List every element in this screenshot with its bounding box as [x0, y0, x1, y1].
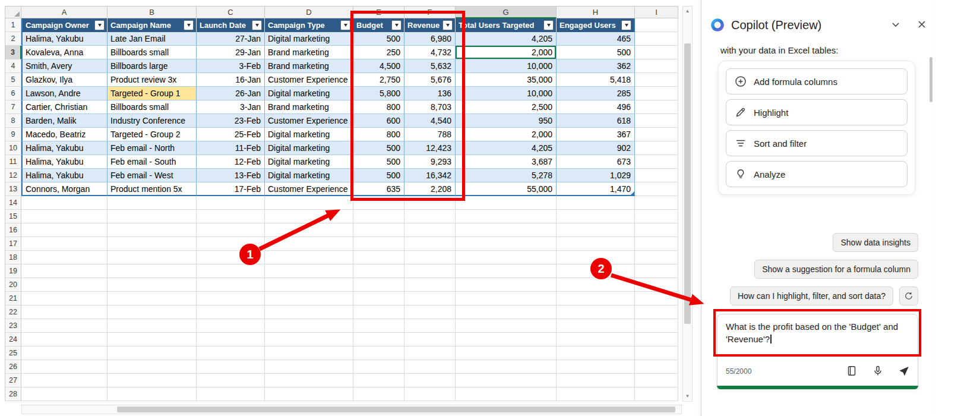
- cell-budget[interactable]: 4,500: [353, 59, 404, 73]
- empty-cell[interactable]: [21, 264, 108, 278]
- empty-cell[interactable]: [108, 346, 197, 360]
- cell-revenue[interactable]: 16,342: [404, 169, 456, 182]
- row-header-25[interactable]: 25: [5, 346, 21, 360]
- cell-campaign-type[interactable]: Customer Experience: [265, 182, 353, 196]
- suggestion-show-data-insights[interactable]: Show data insights: [833, 233, 918, 252]
- cell-users-targeted[interactable]: 35,000: [456, 73, 557, 87]
- cell-revenue[interactable]: 788: [404, 128, 456, 141]
- empty-cell[interactable]: [197, 292, 265, 305]
- empty-cell[interactable]: [404, 264, 456, 278]
- row-header-4[interactable]: 4: [5, 59, 21, 73]
- empty-cell[interactable]: [197, 374, 265, 387]
- empty-cell[interactable]: [635, 100, 678, 114]
- empty-cell[interactable]: [265, 346, 353, 360]
- empty-cell[interactable]: [635, 87, 678, 100]
- empty-cell[interactable]: [456, 251, 557, 264]
- empty-cell[interactable]: [456, 264, 557, 278]
- row-header-9[interactable]: 9: [5, 128, 21, 141]
- cell-launch-date[interactable]: 26-Jan: [197, 87, 265, 100]
- empty-cell[interactable]: [353, 223, 404, 237]
- cell-launch-date[interactable]: 12-Feb: [197, 155, 265, 169]
- empty-cell[interactable]: [404, 237, 456, 251]
- cell-revenue[interactable]: 5,676: [404, 73, 456, 87]
- row-header-24[interactable]: 24: [5, 333, 21, 346]
- empty-cell[interactable]: [635, 223, 678, 237]
- empty-cell[interactable]: [404, 251, 456, 264]
- cell-campaign-type[interactable]: Digital marketing: [265, 155, 353, 169]
- row-header-8[interactable]: 8: [5, 114, 21, 128]
- cell-campaign-name[interactable]: Targeted - Group 1: [108, 87, 197, 100]
- cell-launch-date[interactable]: 3-Jan: [197, 100, 265, 114]
- cell-revenue[interactable]: 8,703: [404, 100, 456, 114]
- empty-cell[interactable]: [21, 278, 108, 292]
- cell-campaign-owner[interactable]: Kovaleva, Anna: [21, 46, 108, 59]
- empty-cell[interactable]: [265, 264, 353, 278]
- cell-users-targeted[interactable]: 10,000: [456, 59, 557, 73]
- send-icon[interactable]: [897, 365, 911, 378]
- cell-launch-date[interactable]: 11-Feb: [197, 141, 265, 155]
- cell-campaign-name[interactable]: Product mention 5x: [108, 182, 197, 196]
- empty-cell[interactable]: [456, 223, 557, 237]
- row-header-18[interactable]: 18: [5, 251, 21, 264]
- empty-cell[interactable]: [197, 387, 265, 401]
- empty-cell[interactable]: [635, 114, 678, 128]
- column-header-F[interactable]: F: [404, 6, 456, 18]
- empty-cell[interactable]: [635, 18, 678, 32]
- empty-cell[interactable]: [635, 59, 678, 73]
- empty-cell[interactable]: [265, 278, 353, 292]
- empty-cell[interactable]: [456, 292, 557, 305]
- empty-cell[interactable]: [557, 374, 635, 387]
- suggestion-formula-column[interactable]: Show a suggestion for a formula column: [754, 260, 918, 279]
- filter-dropdown-icon[interactable]: [252, 20, 262, 30]
- filter-dropdown-icon[interactable]: [94, 20, 105, 30]
- cell-campaign-owner[interactable]: Barden, Malik: [21, 114, 108, 128]
- empty-cell[interactable]: [265, 387, 353, 401]
- empty-cell[interactable]: [635, 155, 678, 169]
- cell-campaign-type[interactable]: Digital marketing: [265, 32, 353, 46]
- row-header-15[interactable]: 15: [5, 210, 21, 223]
- close-icon[interactable]: [914, 17, 930, 33]
- cell-launch-date[interactable]: 29-Jan: [197, 46, 265, 59]
- filter-dropdown-icon[interactable]: [621, 20, 631, 30]
- row-header-14[interactable]: 14: [5, 196, 21, 210]
- empty-cell[interactable]: [353, 264, 404, 278]
- empty-cell[interactable]: [265, 223, 353, 237]
- empty-cell[interactable]: [456, 387, 557, 401]
- row-header-1[interactable]: 1: [5, 18, 21, 32]
- cell-engaged-users[interactable]: 673: [557, 155, 635, 169]
- cell-campaign-type[interactable]: Digital marketing: [265, 141, 353, 155]
- table-header-engaged-users[interactable]: Engaged Users: [557, 18, 635, 32]
- empty-cell[interactable]: [635, 264, 678, 278]
- empty-cell[interactable]: [265, 292, 353, 305]
- empty-cell[interactable]: [456, 346, 557, 360]
- empty-cell[interactable]: [197, 319, 265, 333]
- empty-cell[interactable]: [21, 305, 108, 319]
- cell-campaign-owner[interactable]: Halima, Yakubu: [21, 32, 108, 46]
- empty-cell[interactable]: [635, 237, 678, 251]
- vertical-scrollbar-thumb[interactable]: [684, 43, 691, 324]
- cell-campaign-name[interactable]: Product review 3x: [108, 73, 197, 87]
- filter-dropdown-icon[interactable]: [391, 20, 402, 30]
- empty-cell[interactable]: [404, 210, 456, 223]
- cell-budget[interactable]: 635: [353, 182, 404, 196]
- empty-cell[interactable]: [21, 319, 108, 333]
- row-header-10[interactable]: 10: [5, 141, 21, 155]
- empty-cell[interactable]: [353, 360, 404, 374]
- empty-cell[interactable]: [404, 319, 456, 333]
- empty-cell[interactable]: [404, 374, 456, 387]
- horizontal-scrollbar[interactable]: [21, 405, 682, 414]
- column-header-E[interactable]: E: [353, 6, 404, 18]
- row-header-22[interactable]: 22: [5, 305, 21, 319]
- cell-budget[interactable]: 250: [353, 46, 404, 59]
- empty-cell[interactable]: [353, 196, 404, 210]
- cell-campaign-type[interactable]: Brand marketing: [265, 59, 353, 73]
- filter-dropdown-icon[interactable]: [442, 20, 453, 30]
- cell-budget[interactable]: 500: [353, 169, 404, 182]
- cell-users-targeted[interactable]: 55,000: [456, 182, 557, 196]
- empty-cell[interactable]: [21, 292, 108, 305]
- table-header-users-targeted[interactable]: Total Users Targeted: [456, 18, 557, 32]
- cell-campaign-name[interactable]: Feb email - South: [108, 155, 197, 169]
- empty-cell[interactable]: [197, 346, 265, 360]
- cell-engaged-users[interactable]: 1,029: [557, 169, 635, 182]
- empty-cell[interactable]: [635, 251, 678, 264]
